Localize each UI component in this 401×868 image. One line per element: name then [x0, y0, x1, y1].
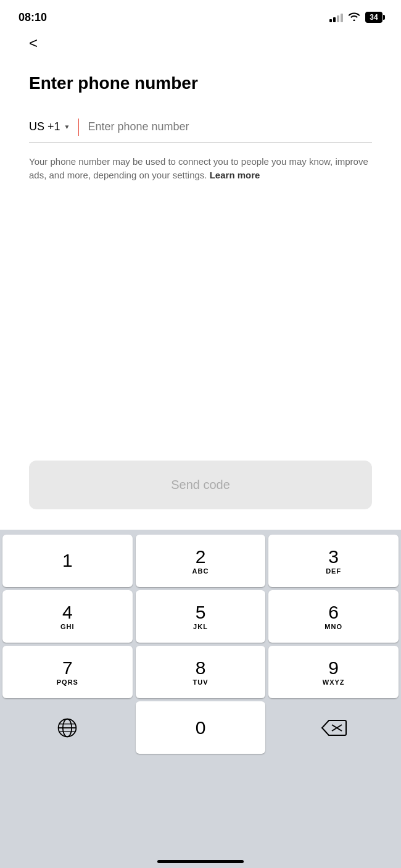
key-9[interactable]: 9 WXYZ — [268, 646, 399, 698]
key-4[interactable]: 4 GHI — [2, 590, 133, 643]
key-2-number: 2 — [196, 548, 206, 566]
key-1[interactable]: 1 — [2, 535, 133, 587]
page-title: Enter phone number — [29, 73, 372, 94]
key-2-letters: ABC — [192, 567, 209, 575]
key-6-number: 6 — [328, 603, 339, 622]
phone-number-input[interactable] — [88, 120, 372, 133]
keyboard-grid: 1 2 ABC 3 DEF 4 GHI 5 JKL 6 MNO — [2, 535, 399, 698]
key-2[interactable]: 2 ABC — [136, 535, 266, 587]
send-code-button[interactable]: Send code — [29, 461, 372, 509]
home-indicator — [157, 860, 244, 863]
delete-key[interactable] — [268, 701, 399, 754]
globe-icon — [56, 717, 78, 739]
globe-key[interactable] — [2, 701, 133, 754]
status-icons: 34 — [329, 11, 382, 23]
wifi-icon — [348, 11, 360, 23]
key-8-number: 8 — [196, 659, 206, 677]
key-8[interactable]: 8 TUV — [136, 646, 266, 698]
key-3-number: 3 — [328, 548, 339, 566]
status-bar: 08:10 34 — [0, 0, 401, 32]
key-0-number: 0 — [196, 719, 206, 737]
key-4-number: 4 — [62, 603, 73, 622]
key-3-letters: DEF — [326, 567, 341, 575]
key-6-letters: MNO — [325, 623, 342, 630]
learn-more-link[interactable]: Learn more — [210, 170, 260, 180]
signal-icon — [329, 12, 343, 22]
dropdown-arrow-icon: ▼ — [64, 123, 70, 130]
key-3[interactable]: 3 DEF — [268, 535, 399, 587]
key-4-letters: GHI — [60, 623, 75, 630]
country-selector[interactable]: US +1 ▼ — [29, 120, 70, 133]
key-6[interactable]: 6 MNO — [268, 590, 399, 643]
delete-icon — [320, 718, 347, 738]
phone-input-row: US +1 ▼ — [29, 119, 372, 143]
key-9-letters: WXYZ — [323, 678, 345, 686]
keyboard-bottom-row: 0 — [2, 701, 399, 754]
key-0[interactable]: 0 — [136, 701, 266, 754]
key-9-number: 9 — [328, 659, 339, 677]
input-divider — [78, 119, 79, 136]
key-8-letters: TUV — [192, 678, 208, 686]
key-5[interactable]: 5 JKL — [136, 590, 266, 643]
main-content: < Enter phone number US +1 ▼ Your phone … — [0, 32, 401, 183]
key-7-letters: PQRS — [57, 678, 78, 686]
privacy-text: Your phone number may be used to connect… — [29, 156, 368, 181]
send-code-label: Send code — [171, 478, 230, 492]
key-7[interactable]: 7 PQRS — [2, 646, 133, 698]
key-7-number: 7 — [62, 659, 73, 677]
status-time: 08:10 — [19, 11, 47, 24]
back-button[interactable]: < — [29, 32, 38, 54]
country-code-label: US +1 — [29, 120, 60, 133]
key-5-number: 5 — [196, 603, 206, 622]
keyboard-area: 1 2 ABC 3 DEF 4 GHI 5 JKL 6 MNO — [0, 530, 401, 868]
battery-icon: 34 — [365, 12, 382, 23]
privacy-notice: Your phone number may be used to connect… — [29, 155, 372, 183]
key-1-number: 1 — [62, 551, 73, 570]
key-5-letters: JKL — [193, 623, 208, 630]
